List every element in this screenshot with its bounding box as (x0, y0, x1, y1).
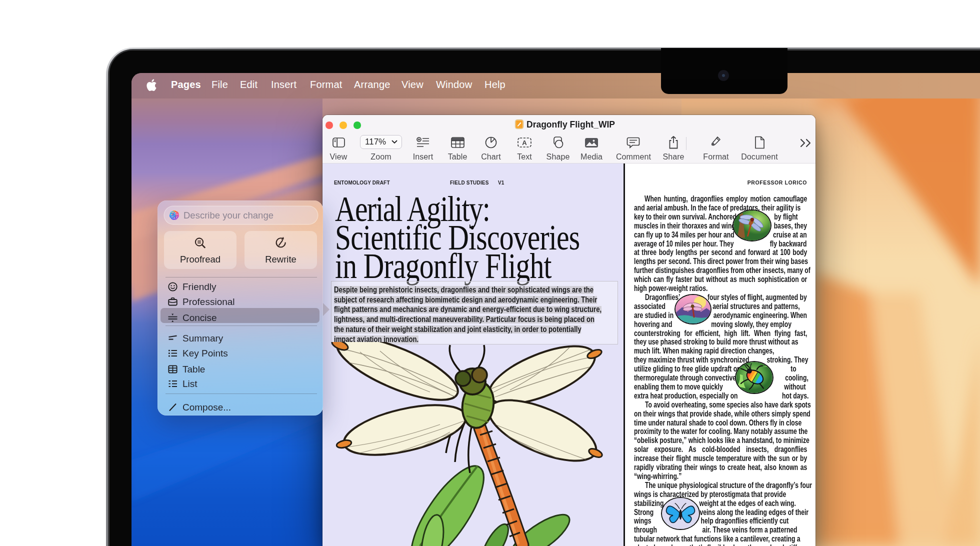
svg-text:A: A (522, 139, 527, 146)
